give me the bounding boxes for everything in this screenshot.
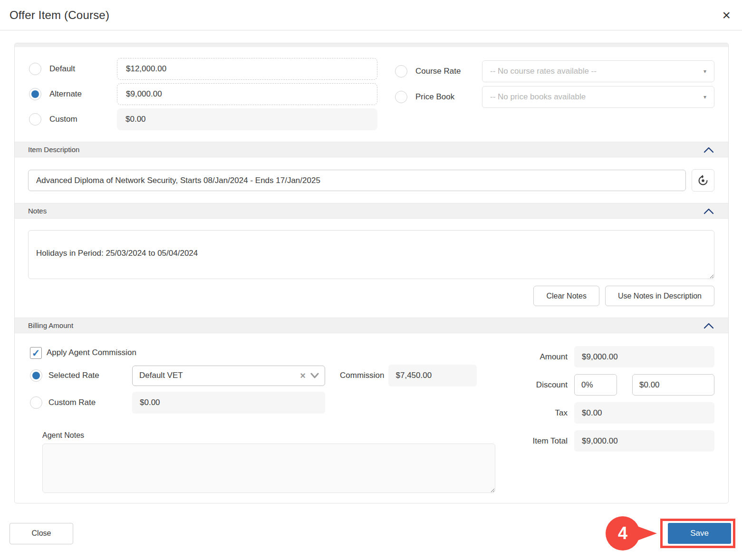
step-number-badge: 4 [606,516,640,550]
custom-rate-option-label: Custom [49,115,117,124]
use-notes-in-description-button[interactable]: Use Notes in Description [605,286,714,306]
discount-label: Discount [522,380,568,390]
item-total-label: Item Total [522,436,568,446]
chevron-down-icon[interactable] [310,373,319,378]
apply-agent-commission-label: Apply Agent Commission [47,348,136,357]
price-book-placeholder: -- No price books available [490,92,586,102]
commission-input[interactable] [388,365,477,386]
alternate-rate-radio[interactable] [29,88,41,100]
chevron-down-icon: ▾ [703,68,706,75]
clear-notes-button[interactable]: Clear Notes [533,286,599,306]
chevron-up-icon[interactable] [703,208,714,214]
course-rate-row: Course Rate -- No course rates available… [395,60,714,82]
reset-description-button[interactable] [692,169,714,192]
commission-rate-combobox[interactable]: Default VET × [132,366,325,386]
rate-option-alternate: Alternate [29,83,377,105]
tax-row: Tax [522,402,714,424]
step-annotation: 4 [606,516,657,550]
billing-amount-bar: Billing Amount [15,318,728,333]
amount-label: Amount [522,352,568,362]
custom-rate-option-input[interactable] [117,108,377,130]
selected-rate-radio[interactable] [30,369,42,382]
close-icon[interactable]: × [722,8,731,22]
price-book-radio[interactable] [395,91,407,103]
notes-buttons: Clear Notes Use Notes in Description [28,286,714,306]
item-description-input[interactable] [28,170,686,191]
clear-selection-icon[interactable]: × [300,370,306,381]
notes-body: Holidays in Period: 25/03/2024 to 05/04/… [15,219,728,318]
default-rate-radio[interactable] [29,63,41,75]
amount-input[interactable] [574,346,714,367]
offer-item-panel: Default Alternate Custom Course Rate -- … [14,43,729,503]
chevron-down-icon: ▾ [703,94,706,100]
collapsed-section-strip [15,43,728,47]
billing-totals: Amount Discount Tax Item Total [522,346,714,452]
course-rate-select[interactable]: -- No course rates available -- ▾ [482,60,714,82]
modal-header: Offer Item (Course) × [0,0,742,30]
rate-option-default: Default [29,58,377,80]
close-button[interactable]: Close [10,523,73,544]
price-book-select[interactable]: -- No price books available ▾ [482,86,714,108]
item-total-row: Item Total [522,430,714,452]
item-description-bar: Item Description [15,142,728,157]
alternate-rate-label: Alternate [49,89,117,99]
tax-label: Tax [522,408,568,418]
custom-rate-label: Custom Rate [48,398,132,407]
billing-amount-header: Billing Amount [28,321,73,329]
modal-footer: Close 4 Save [0,512,742,555]
notes-textarea[interactable]: Holidays in Period: 25/03/2024 to 05/04/… [28,230,714,279]
rate-sources: Course Rate -- No course rates available… [395,58,714,130]
price-book-row: Price Book -- No price books available ▾ [395,86,714,108]
agent-notes-textarea[interactable] [42,444,495,493]
commission-rate-value: Default VET [139,371,300,380]
selected-rate-label: Selected Rate [48,371,132,380]
price-book-label: Price Book [415,92,482,102]
course-rate-placeholder: -- No course rates available -- [490,67,597,76]
discount-percent-input[interactable] [574,374,617,396]
chevron-up-icon[interactable] [703,146,714,153]
apply-agent-commission-checkbox[interactable]: ✓ [30,347,42,359]
tax-input[interactable] [574,402,714,424]
modal-title: Offer Item (Course) [10,9,109,22]
save-highlight-box: Save [660,519,735,548]
commission-label: Commission [340,371,385,380]
discount-amount-input[interactable] [632,374,714,396]
amount-row: Amount [522,346,714,367]
course-rate-radio[interactable] [395,65,407,77]
item-total-input[interactable] [574,430,714,452]
course-rate-label: Course Rate [415,67,482,76]
default-rate-label: Default [49,64,117,74]
notes-header: Notes [28,207,47,215]
default-rate-input[interactable] [117,58,377,80]
custom-rate-option-radio[interactable] [29,113,41,126]
save-group: 4 Save [606,516,735,550]
discount-row: Discount [522,374,714,396]
rate-option-custom: Custom [29,108,377,130]
billing-body: ✓ Apply Agent Commission Selected Rate D… [15,333,728,503]
notes-bar: Notes [15,203,728,219]
rate-options: Default Alternate Custom [29,58,377,130]
history-icon [697,174,709,187]
custom-rate-input[interactable] [132,392,325,414]
custom-rate-radio[interactable] [30,396,42,409]
check-icon: ✓ [32,348,40,358]
item-description-body [15,157,728,203]
rates-section: Default Alternate Custom Course Rate -- … [15,47,728,142]
save-button[interactable]: Save [668,523,731,544]
alternate-rate-input[interactable] [117,83,377,105]
item-description-header: Item Description [28,145,79,154]
chevron-up-icon[interactable] [703,322,714,329]
